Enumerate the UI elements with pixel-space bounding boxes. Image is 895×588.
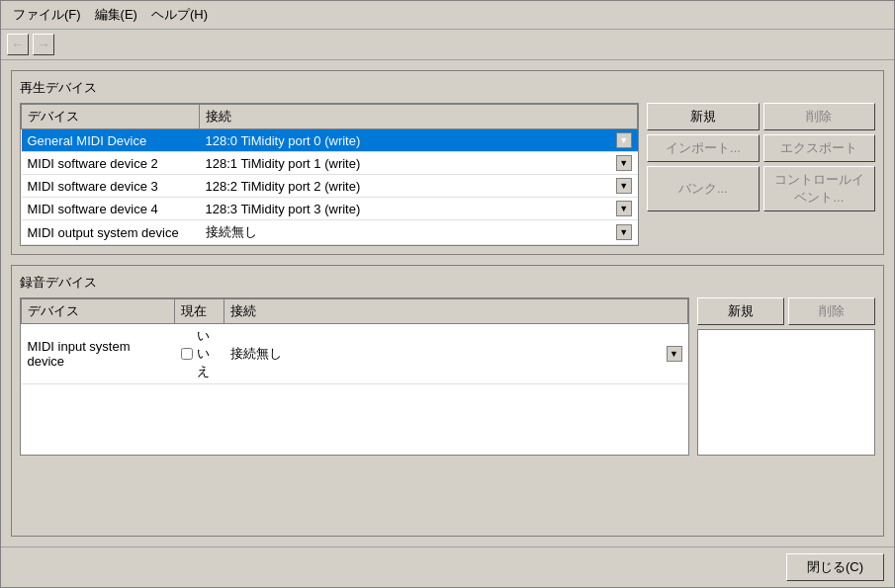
recording-delete-button[interactable]: 削除: [788, 297, 875, 325]
playback-table-row[interactable]: MIDI software device 4128:3 TiMidity por…: [22, 198, 638, 220]
main-window: ファイル(F) 編集(E) ヘルプ(H) ← → 再生デバイス デバイス 接続: [0, 0, 895, 588]
playback-import-button[interactable]: インポート...: [647, 134, 759, 162]
playback-device-cell: MIDI software device 2: [22, 152, 200, 175]
playback-col-device: デバイス: [22, 105, 200, 129]
recording-col-connection: 接続: [224, 299, 688, 324]
playback-device-cell: MIDI software device 4: [22, 198, 200, 220]
recording-new-button[interactable]: 新規: [697, 297, 784, 325]
playback-connection-dropdown[interactable]: 128:3 TiMidity port 3 (write)▼: [206, 201, 632, 216]
playback-table-row[interactable]: MIDI output system device接続無し▼: [22, 220, 638, 245]
playback-table-row[interactable]: General MIDI Device128:0 TiMidity port 0…: [22, 129, 638, 152]
playback-new-button[interactable]: 新規: [647, 103, 759, 130]
playback-connection-dropdown[interactable]: 128:2 TiMidity port 2 (write)▼: [206, 178, 632, 194]
playback-section-inner: デバイス 接続 General MIDI Device128:0 TiMidit…: [20, 103, 875, 246]
playback-btn-row-3: バンク... コントロールイベント...: [647, 166, 875, 211]
recording-current-label: いいえ: [197, 327, 219, 380]
recording-table-header: デバイス 現在 接続: [22, 299, 688, 324]
recording-connection-cell: 接続無し▼: [224, 324, 688, 384]
playback-btn-row-1: 新規 削除: [647, 103, 875, 130]
recording-col-device: デバイス: [22, 299, 175, 324]
forward-button[interactable]: →: [33, 34, 54, 55]
recording-current-checkbox-container: いいえ: [181, 327, 219, 380]
playback-table-container: デバイス 接続 General MIDI Device128:0 TiMidit…: [20, 103, 639, 246]
recording-empty-area: [697, 329, 875, 456]
content-area: 再生デバイス デバイス 接続 General MIDI Device128:0 …: [1, 60, 894, 546]
playback-connection-cell: 128:0 TiMidity port 0 (write)▼: [200, 129, 638, 152]
playback-connection-cell: 128:3 TiMidity port 3 (write)▼: [200, 198, 638, 220]
recording-connection-dropdown[interactable]: 接続無し▼: [230, 345, 682, 363]
playback-connection-cell: 接続無し▼: [200, 220, 638, 245]
menu-help[interactable]: ヘルプ(H): [145, 4, 214, 26]
playback-table-header: デバイス 接続: [22, 105, 638, 129]
playback-col-connection: 接続: [200, 105, 638, 129]
recording-current-checkbox[interactable]: [181, 348, 193, 360]
playback-connection-cell: 128:1 TiMidity port 1 (write)▼: [200, 152, 638, 175]
playback-section: 再生デバイス デバイス 接続 General MIDI Device128:0 …: [11, 70, 884, 255]
close-button[interactable]: 閉じる(C): [786, 553, 884, 581]
recording-device-cell: MIDI input system device: [22, 324, 175, 384]
dropdown-arrow-icon[interactable]: ▼: [667, 346, 682, 362]
recording-col-current: 現在: [175, 299, 224, 324]
playback-table: デバイス 接続 General MIDI Device128:0 TiMidit…: [21, 104, 638, 245]
back-button[interactable]: ←: [7, 34, 29, 55]
playback-device-cell: MIDI software device 3: [22, 175, 200, 198]
playback-bank-button[interactable]: バンク...: [647, 166, 759, 211]
toolbar: ← →: [1, 30, 894, 60]
recording-side: 新規 削除: [697, 297, 875, 456]
playback-control-event-button[interactable]: コントロールイベント...: [763, 166, 875, 211]
playback-table-row[interactable]: MIDI software device 2128:1 TiMidity por…: [22, 152, 638, 175]
menubar: ファイル(F) 編集(E) ヘルプ(H): [1, 1, 894, 30]
dropdown-arrow-icon[interactable]: ▼: [616, 178, 632, 194]
playback-connection-cell: 128:2 TiMidity port 2 (write)▼: [200, 175, 638, 198]
dropdown-arrow-icon[interactable]: ▼: [616, 155, 632, 171]
dropdown-arrow-icon[interactable]: ▼: [616, 224, 632, 240]
menu-edit[interactable]: 編集(E): [89, 4, 143, 26]
footer: 閉じる(C): [1, 546, 894, 587]
playback-export-button[interactable]: エクスポート: [763, 134, 875, 162]
dropdown-arrow-icon[interactable]: ▼: [616, 132, 632, 148]
playback-connection-dropdown[interactable]: 接続無し▼: [206, 223, 632, 241]
playback-connection-dropdown[interactable]: 128:0 TiMidity port 0 (write)▼: [206, 132, 632, 148]
recording-table-row[interactable]: MIDI input system device いいえ接続無し▼: [22, 324, 688, 384]
playback-btn-group: 新規 削除 インポート... エクスポート バンク... コントロールイベント.…: [647, 103, 875, 246]
recording-table: デバイス 現在 接続 MIDI input system device いいえ接…: [21, 298, 688, 384]
playback-device-cell: General MIDI Device: [22, 129, 200, 152]
recording-table-container: デバイス 現在 接続 MIDI input system device いいえ接…: [20, 297, 689, 456]
recording-section-title: 録音デバイス: [20, 274, 875, 292]
recording-btn-row-1: 新規 削除: [697, 297, 875, 325]
playback-device-cell: MIDI output system device: [22, 220, 200, 245]
playback-btn-row-2: インポート... エクスポート: [647, 134, 875, 162]
dropdown-arrow-icon[interactable]: ▼: [616, 201, 632, 216]
playback-table-row[interactable]: MIDI software device 3128:2 TiMidity por…: [22, 175, 638, 198]
playback-section-title: 再生デバイス: [20, 79, 875, 97]
recording-section-inner: デバイス 現在 接続 MIDI input system device いいえ接…: [20, 297, 875, 456]
playback-connection-dropdown[interactable]: 128:1 TiMidity port 1 (write)▼: [206, 155, 632, 171]
playback-delete-button[interactable]: 削除: [763, 103, 875, 130]
recording-section: 録音デバイス デバイス 現在 接続 MIDI input system devi…: [11, 265, 884, 537]
menu-file[interactable]: ファイル(F): [7, 4, 87, 26]
recording-current-cell: いいえ: [175, 324, 224, 384]
